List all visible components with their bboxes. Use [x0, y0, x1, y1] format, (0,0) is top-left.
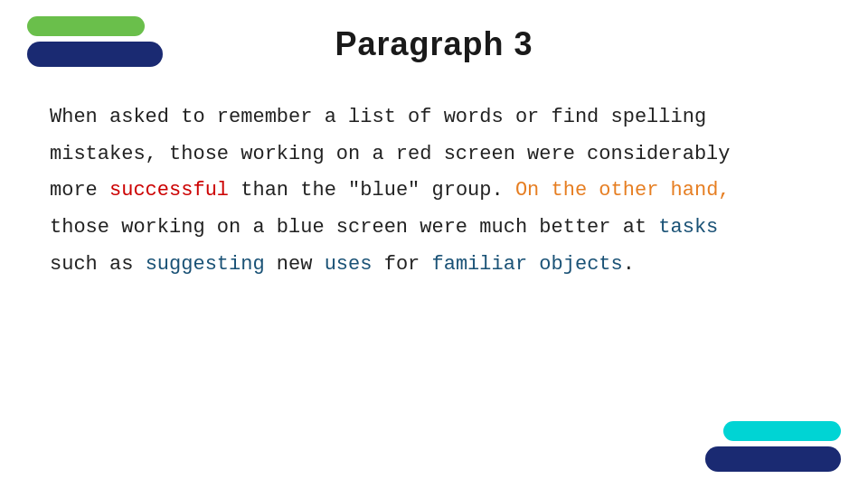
slide-container: Paragraph 3 When asked to remember a lis… [0, 0, 868, 488]
phrase-familiar-objects: familiar objects [432, 253, 623, 276]
slide-title: Paragraph 3 [0, 25, 868, 63]
line3-prefix: more [50, 179, 109, 202]
line5-end: . [623, 253, 635, 276]
bottom-decoration [705, 421, 841, 472]
cyan-bar [723, 421, 841, 441]
word-suggesting: suggesting [146, 253, 265, 276]
line1: When asked to remember a list of words o… [50, 106, 706, 128]
navy-bar-bottom [705, 446, 841, 472]
word-tasks: tasks [658, 216, 718, 239]
paragraph-content: When asked to remember a list of words o… [50, 99, 818, 283]
line4-prefix: those working on a blue screen were much… [50, 216, 658, 239]
line2: mistakes, those working on a red screen … [50, 143, 731, 165]
line5-middle: new [265, 253, 325, 276]
line5-suffix: for [372, 253, 431, 276]
word-uses: uses [325, 253, 373, 276]
phrase-on-the-other-hand: On the other hand, [515, 179, 731, 202]
line3-middle: than the "blue" group. [229, 179, 515, 202]
word-successful: successful [109, 179, 229, 202]
line5-prefix: such as [50, 253, 146, 276]
